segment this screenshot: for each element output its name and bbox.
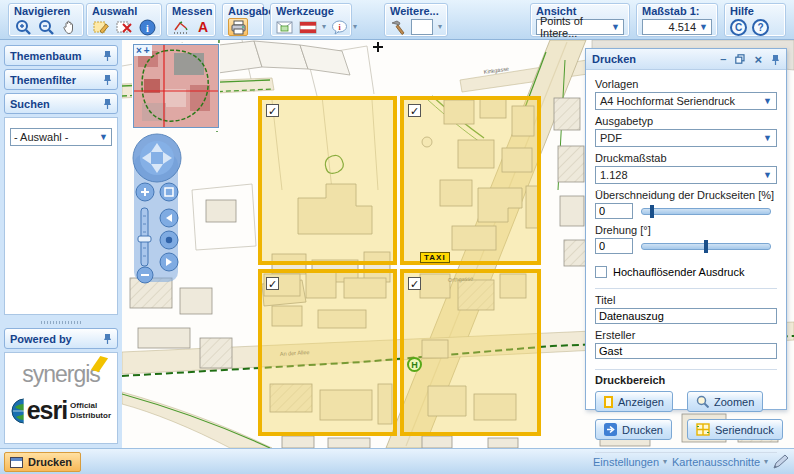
group-title: Auswahl bbox=[87, 4, 161, 17]
zoom-slider-thumb[interactable] bbox=[138, 236, 151, 242]
overview-map[interactable]: × + bbox=[133, 44, 219, 128]
chevron-down-icon[interactable]: ▾ bbox=[322, 23, 326, 31]
print-page-4[interactable]: ✓ bbox=[400, 269, 541, 436]
print-page-3[interactable]: ✓ bbox=[258, 269, 397, 436]
kartenausschnitte-menu[interactable]: Kartenausschnitte ▾ bbox=[672, 456, 768, 468]
print-page-checkbox[interactable]: ✓ bbox=[408, 104, 421, 117]
synergis-logo: synergis bbox=[22, 361, 100, 387]
pin-icon[interactable] bbox=[103, 74, 112, 85]
series-grid-icon bbox=[696, 423, 710, 436]
suchen-auswahl-value: - Auswahl - bbox=[14, 131, 68, 143]
ansicht-select[interactable]: Points of Intere... ▼ bbox=[536, 19, 624, 35]
sidebar-item-themenbaum[interactable]: Themenbaum bbox=[4, 45, 118, 66]
send-map-icon[interactable] bbox=[276, 18, 294, 36]
sidebar-item-themenfilter[interactable]: Themenfilter bbox=[4, 69, 118, 90]
zoom-in-icon[interactable] bbox=[14, 18, 32, 36]
chevron-down-icon: ▼ bbox=[611, 23, 620, 32]
ueberschneidung-input[interactable] bbox=[595, 203, 633, 219]
magnifier-icon bbox=[696, 395, 709, 408]
hochaufloesender-label: Hochauflösender Ausdruck bbox=[613, 266, 744, 278]
seriendruck-button[interactable]: Seriendruck bbox=[687, 419, 783, 440]
toolbar-group-werkzeuge: Werkzeuge ▾ i ▾ bbox=[270, 3, 352, 37]
toolbar-group-massstab: Maßstab 1: 4.514 ▼ bbox=[636, 3, 718, 37]
left-sidebar: Themenbaum Themenfilter Suchen - Auswahl… bbox=[0, 40, 122, 448]
sidebar-item-powered-by[interactable]: Powered by bbox=[4, 328, 118, 349]
svg-text:i: i bbox=[146, 22, 149, 33]
full-extent-button[interactable] bbox=[160, 183, 178, 201]
druckmassstab-select[interactable]: 1.128 ▼ bbox=[595, 166, 777, 184]
titel-label: Titel bbox=[595, 294, 777, 306]
titel-input[interactable] bbox=[595, 308, 777, 324]
ausgabetyp-select[interactable]: PDF ▼ bbox=[595, 129, 777, 147]
pencil-edit-icon[interactable] bbox=[772, 453, 789, 470]
synergis-leaf-icon bbox=[91, 356, 108, 372]
massstab-select[interactable]: 4.514 ▼ bbox=[642, 19, 712, 35]
taskbar-drucken-button[interactable]: Drucken bbox=[4, 452, 81, 472]
sidebar-item-suchen[interactable]: Suchen bbox=[4, 93, 118, 114]
select-edit-icon[interactable] bbox=[92, 18, 110, 36]
slider-thumb[interactable] bbox=[704, 240, 708, 253]
main-toolbar: Navigieren Auswahl i bbox=[0, 0, 794, 40]
select-remove-icon[interactable] bbox=[115, 18, 133, 36]
vorlagen-select[interactable]: A4 Hochformat Seriendruck ▼ bbox=[595, 92, 777, 110]
chevron-down-icon[interactable]: ▾ bbox=[438, 23, 442, 31]
help-button[interactable]: ? bbox=[752, 19, 769, 36]
print-page-checkbox[interactable]: ✓ bbox=[408, 277, 421, 290]
info-bubble-icon[interactable]: i bbox=[331, 18, 348, 36]
weitere-combobox[interactable] bbox=[411, 19, 433, 35]
group-title: Werkzeuge bbox=[271, 4, 351, 17]
powered-by-label: Powered by bbox=[10, 333, 72, 345]
measure-distance-icon[interactable] bbox=[172, 18, 190, 36]
restore-icon[interactable] bbox=[735, 54, 745, 64]
suchen-auswahl-select[interactable]: - Auswahl - ▼ bbox=[10, 128, 112, 146]
drehung-slider[interactable] bbox=[641, 243, 771, 250]
pin-icon[interactable] bbox=[103, 98, 112, 109]
toolbar-group-ausgabe: Ausgabe bbox=[222, 3, 264, 37]
ersteller-input[interactable] bbox=[595, 343, 777, 359]
einstellungen-menu[interactable]: Einstellungen ▾ bbox=[593, 456, 667, 468]
slider-thumb[interactable] bbox=[650, 205, 654, 218]
measure-text-icon[interactable]: A bbox=[195, 18, 211, 36]
hochaufloesender-checkbox[interactable] bbox=[595, 266, 607, 278]
map-navigation-widget[interactable] bbox=[128, 132, 186, 284]
chevron-down-icon: ▼ bbox=[763, 171, 772, 180]
drehung-input[interactable] bbox=[595, 238, 633, 254]
overview-close-icon[interactable]: × bbox=[136, 45, 142, 56]
contact-button[interactable]: C bbox=[730, 19, 747, 36]
print-page-1[interactable]: ✓ bbox=[258, 96, 397, 265]
chevron-down-icon: ▾ bbox=[663, 458, 667, 466]
druckmassstab-label: Druckmaßstab bbox=[595, 152, 777, 164]
print-page-2[interactable]: ✓ bbox=[400, 96, 541, 265]
drucken-button[interactable]: Drucken bbox=[595, 419, 672, 440]
zoomen-button[interactable]: Zoomen bbox=[687, 391, 763, 412]
pin-icon[interactable] bbox=[103, 333, 112, 344]
overview-move-icon[interactable]: + bbox=[144, 45, 150, 56]
print-tool-icon[interactable] bbox=[228, 18, 248, 36]
print-page-checkbox[interactable]: ✓ bbox=[266, 277, 279, 290]
suchen-panel: - Auswahl - ▼ bbox=[4, 117, 118, 315]
hammer-tools-icon[interactable] bbox=[390, 18, 406, 36]
print-dialog-header[interactable]: Drucken – × bbox=[586, 49, 786, 70]
zoom-out-icon[interactable] bbox=[37, 18, 55, 36]
anzeigen-button[interactable]: Anzeigen bbox=[595, 391, 673, 412]
minimize-icon[interactable]: – bbox=[720, 53, 726, 65]
pin-icon[interactable] bbox=[103, 50, 112, 61]
druckmassstab-value: 1.128 bbox=[600, 169, 628, 181]
pan-hand-icon[interactable] bbox=[60, 18, 78, 36]
vorlagen-label: Vorlagen bbox=[595, 78, 777, 90]
language-flag-icon[interactable] bbox=[299, 18, 317, 36]
identify-info-icon[interactable]: i bbox=[138, 18, 156, 36]
close-icon[interactable]: × bbox=[754, 52, 762, 67]
chevron-down-icon[interactable]: ▾ bbox=[353, 23, 357, 31]
sidebar-resize-handle[interactable] bbox=[41, 321, 81, 324]
ueberschneidung-slider[interactable] bbox=[641, 208, 771, 215]
print-page-checkbox[interactable]: ✓ bbox=[266, 104, 279, 117]
toolbar-group-messen: Messen A bbox=[166, 3, 216, 37]
chevron-down-icon: ▼ bbox=[99, 133, 108, 142]
print-dialog: Drucken – × Vorlagen A4 Hochformat Serie… bbox=[585, 48, 787, 410]
toolbar-group-auswahl: Auswahl i bbox=[86, 3, 162, 37]
toolbar-group-navigieren: Navigieren bbox=[8, 3, 84, 37]
pin-icon[interactable] bbox=[771, 54, 780, 65]
themenbaum-label: Themenbaum bbox=[10, 50, 82, 62]
svg-text:A: A bbox=[198, 19, 208, 35]
